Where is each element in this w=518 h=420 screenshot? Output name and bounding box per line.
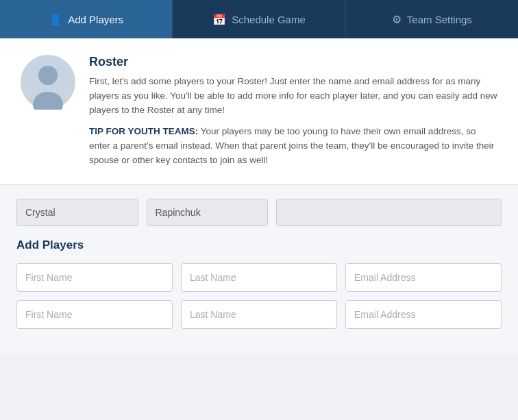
player-row-1 (16, 263, 502, 292)
team-settings-icon: ⚙ (392, 13, 402, 26)
tip-label: TIP FOR YOUTH TEAMS: (89, 126, 198, 136)
existing-player-row: Crystal Rapinchuk (16, 199, 502, 226)
tab-team-settings-label: Team Settings (407, 14, 472, 25)
tab-schedule-game-label: Schedule Game (232, 14, 306, 25)
add-players-heading: Add Players (16, 238, 502, 252)
player-2-email[interactable] (345, 300, 502, 329)
schedule-game-icon: 📅 (212, 13, 226, 26)
player-2-first-name[interactable] (16, 300, 173, 329)
tab-schedule-game[interactable]: 📅 Schedule Game (173, 0, 345, 38)
player-row-2 (16, 300, 502, 329)
roster-info-card: Roster First, let's add some players to … (0, 38, 518, 185)
roster-title: Roster (89, 55, 497, 69)
roster-description: First, let's add some players to your Ro… (89, 75, 497, 118)
add-players-icon: 👤 (49, 13, 62, 26)
existing-last-name: Rapinchuk (147, 199, 269, 226)
avatar (21, 55, 75, 110)
player-1-email[interactable] (345, 263, 502, 292)
player-2-last-name[interactable] (181, 300, 337, 329)
tab-team-settings[interactable]: ⚙ Team Settings (346, 0, 518, 38)
tab-add-players-label: Add Players (68, 14, 123, 25)
roster-tip: TIP FOR YOUTH TEAMS: Your players may be… (89, 125, 497, 168)
player-1-last-name[interactable] (181, 263, 337, 292)
roster-info-text: Roster First, let's add some players to … (89, 55, 497, 168)
svg-point-1 (38, 66, 58, 85)
tab-navigation: 👤 Add Players 📅 Schedule Game ⚙ Team Set… (0, 0, 518, 38)
existing-first-name: Crystal (16, 199, 138, 226)
tab-add-players[interactable]: 👤 Add Players (0, 0, 173, 38)
existing-email (276, 199, 502, 226)
form-section: Crystal Rapinchuk Add Players (0, 185, 518, 354)
player-1-first-name[interactable] (16, 263, 173, 292)
